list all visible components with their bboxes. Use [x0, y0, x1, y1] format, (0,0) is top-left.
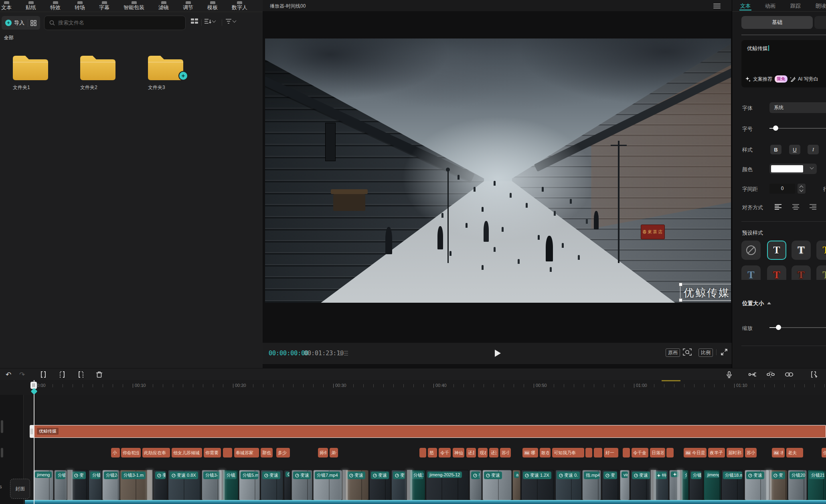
subtitle-clip[interactable]: 小: [111, 448, 120, 457]
video-clip[interactable]: 变: [470, 470, 482, 500]
trim-handle-left[interactable]: [30, 425, 34, 438]
subtitle-clip[interactable]: 此劫应在奉: [142, 448, 170, 457]
subtitle-clip[interactable]: 可知我乃奉: [552, 448, 584, 457]
subtitle-clip[interactable]: 届时邪: [727, 448, 743, 457]
original-quality-button[interactable]: 原画: [666, 348, 680, 357]
video-clip[interactable]: jimeng: [33, 470, 53, 500]
subtitle-clip[interactable]: 他女儿苏倾城: [172, 448, 202, 457]
subtitle-clip[interactable]: 怒: [428, 448, 437, 457]
transition-marker[interactable]: [651, 470, 656, 500]
video-clip[interactable]: 变速 1.2X: [521, 470, 555, 500]
split-delete-right-icon[interactable]: [76, 370, 86, 379]
folder-item[interactable]: 文件夹1: [10, 51, 51, 91]
subtitle-clip[interactable]: 夜半子: [708, 448, 725, 457]
record-voiceover-icon[interactable]: [724, 370, 734, 379]
subtitle-clip[interactable]: 还没: [489, 448, 498, 457]
subtitle-clip[interactable]: [223, 448, 232, 457]
menu-item-text[interactable]: 文本: [1, 1, 12, 12]
subtitle-clip[interactable]: 苏小: [500, 448, 511, 457]
subtitle-clip[interactable]: 敢在: [540, 448, 551, 457]
menu-item-transition[interactable]: 转场: [75, 1, 85, 12]
video-clip[interactable]: 变速 0.: [555, 470, 581, 500]
ai-write-label[interactable]: AI 写旁白: [798, 76, 818, 83]
video-clip[interactable]: 变: [71, 470, 88, 500]
tab-text[interactable]: 文本: [740, 2, 751, 10]
font-select[interactable]: 系统: [769, 102, 826, 113]
aspect-ratio-button[interactable]: 比例: [698, 348, 713, 357]
subtitle-clip[interactable]: 令千: [439, 448, 451, 457]
play-button[interactable]: [495, 350, 501, 357]
font-size-slider[interactable]: [769, 128, 826, 129]
video-clip[interactable]: jimeng-2025-12: [426, 470, 469, 500]
subtitle-clip[interactable]: 好一: [604, 448, 618, 457]
search-input[interactable]: 搜索文件名: [44, 16, 186, 30]
video-clip[interactable]: 分镜: [223, 470, 238, 500]
video-clip[interactable]: 分镜21: [808, 470, 826, 500]
subtitle-clip[interactable]: [666, 448, 674, 457]
letter-spacing-value[interactable]: 0: [769, 184, 795, 194]
subtitle-clip[interactable]: 弟子: [330, 448, 338, 457]
subtitle-clip[interactable]: Aa今日是: [684, 448, 707, 457]
preset-text-style[interactable]: T: [792, 241, 811, 260]
menu-item-template[interactable]: 模板: [207, 1, 218, 12]
video-clip[interactable]: 变速: [346, 470, 368, 500]
video-clip[interactable]: 分镜7.mp4: [313, 470, 342, 500]
import-button[interactable]: + 导入: [2, 19, 24, 26]
menu-item-effects[interactable]: 特效: [50, 1, 61, 12]
video-clip[interactable]: 分镜20.: [788, 470, 807, 500]
video-canvas[interactable]: 春來茶店 优鲸传媒 ⟳: [265, 38, 731, 303]
preset-text-style[interactable]: T: [741, 265, 761, 280]
resize-handle[interactable]: [679, 298, 682, 302]
menu-item-smart-package[interactable]: 智能包装: [123, 1, 144, 12]
subtitle-clip[interactable]: 还是: [466, 448, 476, 457]
frame-view-icon[interactable]: [339, 350, 348, 356]
video-clip[interactable]: 分镜3-: [202, 470, 222, 500]
video-clip[interactable]: vid: [620, 470, 630, 500]
video-clip[interactable]: 分镜4: [54, 470, 67, 500]
video-clip[interactable]: 变速: [261, 470, 283, 500]
video-clip[interactable]: 变: [602, 470, 619, 500]
timeline-ruler[interactable]: [0, 380, 826, 395]
unlink-preview-icon[interactable]: [765, 370, 776, 379]
resize-handle[interactable]: [679, 283, 682, 286]
subtitle-clip[interactable]: 日落苏: [650, 448, 665, 457]
subtitle-clip[interactable]: 你需要: [204, 448, 221, 457]
menu-item-sticker[interactable]: 贴纸: [26, 1, 36, 12]
cover-button[interactable]: 封面: [10, 479, 30, 499]
material-library-icon[interactable]: [28, 19, 39, 27]
subtitle-clip[interactable]: 你命犯生: [121, 448, 141, 457]
subtitle-clip[interactable]: 奉城苏家: [234, 448, 259, 457]
link-icon[interactable]: [784, 370, 794, 379]
text-content-input[interactable]: 优鲸传媒 文案推荐 限免 AI 写旁白: [741, 40, 826, 87]
video-clip[interactable]: [284, 470, 291, 500]
subtitle-clip[interactable]: 多少: [276, 448, 290, 457]
tab-animation[interactable]: 动画: [765, 2, 775, 10]
subtitle-clip[interactable]: Aa哪: [522, 448, 538, 457]
tab-tracking[interactable]: 跟踪: [790, 2, 801, 10]
bold-button[interactable]: B: [770, 145, 781, 154]
redo-icon[interactable]: ↷: [17, 370, 27, 379]
video-clip[interactable]: jimeng: [704, 470, 721, 500]
transition-marker[interactable]: [407, 470, 412, 500]
video-clip[interactable]: 变速: [292, 470, 312, 500]
transition-marker[interactable]: [766, 470, 771, 500]
preset-text-style[interactable]: T: [767, 241, 786, 260]
transition-marker[interactable]: [67, 470, 73, 500]
text-track-clip[interactable]: 优鲸传媒: [33, 425, 826, 438]
subtitle-clip[interactable]: Aa求: [772, 448, 785, 457]
undo-icon[interactable]: ↶: [3, 370, 14, 379]
text-overlay-selection[interactable]: 优鲸传媒: [680, 284, 731, 301]
video-clip[interactable]: 变速: [745, 470, 769, 500]
scale-slider[interactable]: [769, 327, 826, 328]
auto-snap-icon[interactable]: [747, 370, 758, 379]
zoom-fit-icon[interactable]: [683, 348, 692, 356]
overlay-text[interactable]: 优鲸传媒: [684, 286, 730, 300]
align-right-icon[interactable]: [810, 204, 816, 210]
subtitle-clip[interactable]: 神仙: [453, 448, 464, 457]
menu-item-captions[interactable]: 字幕: [99, 1, 109, 12]
grid-view-icon[interactable]: [191, 18, 199, 24]
menu-item-filter[interactable]: 滤镜: [158, 1, 169, 12]
tab-next-cut[interactable]: [814, 16, 826, 29]
subtitle-clip[interactable]: [594, 448, 602, 457]
subtitle-clip[interactable]: 令千金: [632, 448, 648, 457]
